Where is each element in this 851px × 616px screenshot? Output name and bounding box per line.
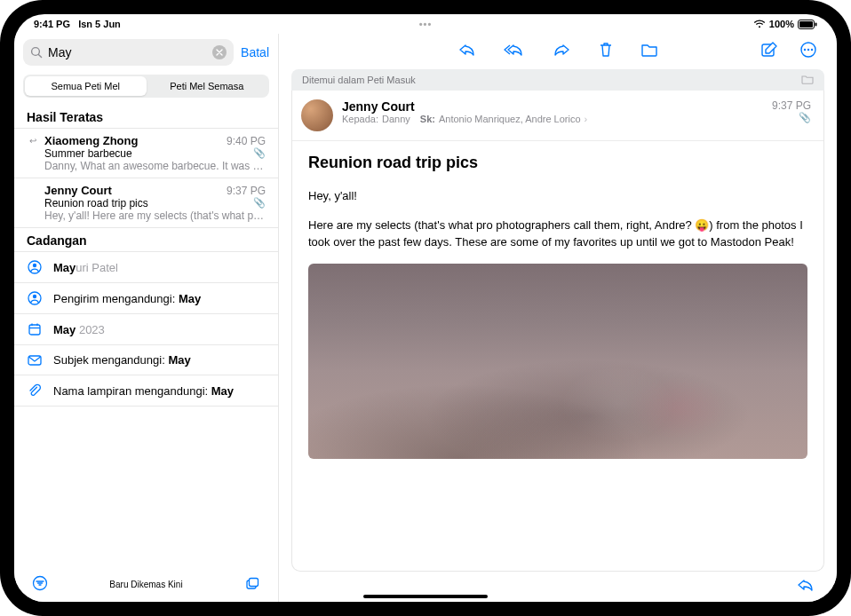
reply-button[interactable] bbox=[457, 42, 477, 61]
forward-button[interactable] bbox=[552, 42, 571, 61]
result-item[interactable]: ↩︎ Xiaomeng Zhong 9:40 PG Summer barbecu… bbox=[14, 129, 278, 178]
stack-icon[interactable] bbox=[244, 575, 260, 593]
result-sender: Jenny Court bbox=[44, 184, 227, 197]
envelope-icon bbox=[27, 355, 43, 366]
suggestion-text: May 2023 bbox=[53, 323, 105, 336]
top-results-header: Hasil Teratas bbox=[14, 105, 278, 128]
reply-footer-button[interactable] bbox=[796, 577, 815, 596]
search-input[interactable] bbox=[48, 45, 207, 59]
battery-icon bbox=[798, 20, 817, 29]
result-time: 9:40 PG bbox=[227, 135, 266, 147]
svg-rect-9 bbox=[29, 325, 40, 335]
compose-button[interactable] bbox=[760, 41, 778, 62]
paperclip-icon: 📎 bbox=[253, 197, 266, 209]
result-item[interactable]: Jenny Court 9:37 PG Reunion road trip pi… bbox=[14, 178, 278, 228]
avatar[interactable] bbox=[301, 99, 333, 131]
move-button[interactable] bbox=[640, 43, 658, 60]
reply-arrow-icon: ↩︎ bbox=[27, 136, 39, 146]
message-header: Jenny Court Kepada: Danny Sk: Antonio Ma… bbox=[292, 91, 823, 141]
result-subject: Summer barbecue📎 bbox=[44, 147, 266, 160]
reply-all-button[interactable] bbox=[504, 42, 525, 61]
result-subject: Reunion road trip pics📎 bbox=[44, 197, 266, 209]
found-in-label: Ditemui dalam Peti Masuk bbox=[302, 75, 416, 85]
result-preview: Hey, y'all! Here are my selects (that's … bbox=[44, 209, 266, 222]
suggestion-text: Subjek mengandungi: May bbox=[53, 353, 191, 367]
svg-rect-16 bbox=[249, 579, 258, 587]
message-greeting: Hey, y'all! bbox=[308, 188, 807, 205]
battery-percent: 100% bbox=[769, 19, 794, 29]
search-field[interactable] bbox=[23, 39, 234, 66]
suggestion-attachment-contains[interactable]: Nama lampiran mengandungi: May bbox=[14, 375, 278, 407]
result-sender: Xiaomeng Zhong bbox=[44, 134, 227, 147]
suggestion-text: Pengirim mengandungi: May bbox=[53, 292, 201, 305]
message-toolbar bbox=[279, 34, 837, 69]
message-footer bbox=[279, 572, 837, 602]
trash-button[interactable] bbox=[598, 41, 614, 62]
attached-photo[interactable] bbox=[308, 264, 807, 459]
chevron-right-icon: › bbox=[585, 114, 588, 124]
result-preview: Danny, What an awesome barbecue. It was … bbox=[44, 160, 266, 172]
folder-small-icon bbox=[801, 75, 814, 86]
cancel-button[interactable]: Batal bbox=[241, 45, 269, 59]
suggestion-text: Nama lampiran mengandungi: May bbox=[53, 384, 234, 398]
search-scope-segmented[interactable]: Semua Peti Mel Peti Mel Semasa bbox=[23, 75, 269, 98]
status-bar: 9:41 PG Isn 5 Jun ••• 100% bbox=[14, 14, 837, 34]
sidebar-footer: Baru Dikemas Kini bbox=[14, 566, 278, 602]
svg-rect-1 bbox=[799, 21, 813, 28]
suggestion-person[interactable]: Mayuri Patel bbox=[14, 252, 278, 283]
close-icon bbox=[216, 49, 223, 56]
paperclip-icon: 📎 bbox=[772, 112, 811, 123]
scope-all-mailboxes[interactable]: Semua Peti Mel bbox=[25, 76, 147, 96]
recipients-line[interactable]: Kepada: Danny Sk: Antonio Manriquez, And… bbox=[342, 114, 763, 124]
message-subject: Reunion road trip pics bbox=[308, 154, 807, 172]
screen: 9:41 PG Isn 5 Jun ••• 100% bbox=[14, 14, 837, 602]
status-right: 100% bbox=[753, 19, 817, 29]
message-pane: Ditemui dalam Peti Masuk Jenny Court Kep… bbox=[279, 34, 837, 602]
suggestion-subject-contains[interactable]: Subjek mengandungi: May bbox=[14, 345, 278, 375]
status-left: 9:41 PG Isn 5 Jun bbox=[34, 19, 121, 29]
person-circle-icon bbox=[27, 291, 43, 305]
clear-search-button[interactable] bbox=[212, 45, 227, 59]
search-icon bbox=[30, 46, 43, 59]
status-time: 9:41 PG bbox=[34, 19, 70, 29]
scope-current-mailbox[interactable]: Peti Mel Semasa bbox=[147, 76, 268, 96]
svg-point-20 bbox=[807, 49, 809, 51]
sidebar: Batal Semua Peti Mel Peti Mel Semasa Has… bbox=[14, 34, 279, 602]
status-date: Isn 5 Jun bbox=[78, 19, 121, 29]
suggestions-header: Cadangan bbox=[14, 228, 278, 251]
home-indicator[interactable] bbox=[363, 595, 488, 598]
ipad-frame: 9:41 PG Isn 5 Jun ••• 100% bbox=[0, 0, 851, 616]
paperclip-icon: 📎 bbox=[253, 147, 266, 159]
svg-line-4 bbox=[38, 54, 41, 57]
sender-name[interactable]: Jenny Court bbox=[342, 99, 763, 114]
svg-point-21 bbox=[811, 49, 813, 51]
more-button[interactable] bbox=[799, 41, 817, 62]
suggestion-text: Mayuri Patel bbox=[53, 261, 118, 274]
svg-point-19 bbox=[804, 49, 806, 51]
svg-point-8 bbox=[33, 295, 36, 298]
found-in-bar: Ditemui dalam Peti Masuk bbox=[291, 69, 824, 91]
result-time: 9:37 PG bbox=[227, 185, 266, 197]
filter-icon[interactable] bbox=[32, 575, 48, 593]
multitask-dots-icon[interactable]: ••• bbox=[419, 19, 433, 29]
updated-label: Baru Dikemas Kini bbox=[109, 580, 182, 589]
message-paragraph: Here are my selects (that's what pro pho… bbox=[308, 217, 807, 251]
suggestion-sender-contains[interactable]: Pengirim mengandungi: May bbox=[14, 283, 278, 314]
suggestion-date[interactable]: May 2023 bbox=[14, 314, 278, 345]
calendar-icon bbox=[27, 322, 43, 336]
svg-rect-2 bbox=[815, 22, 817, 26]
paperclip-icon bbox=[27, 383, 43, 398]
message-body: Reunion road trip pics Hey, y'all! Here … bbox=[292, 141, 823, 571]
person-circle-icon bbox=[27, 260, 43, 274]
svg-point-6 bbox=[33, 264, 36, 267]
wifi-icon bbox=[753, 20, 766, 28]
message-time: 9:37 PG bbox=[772, 99, 811, 112]
